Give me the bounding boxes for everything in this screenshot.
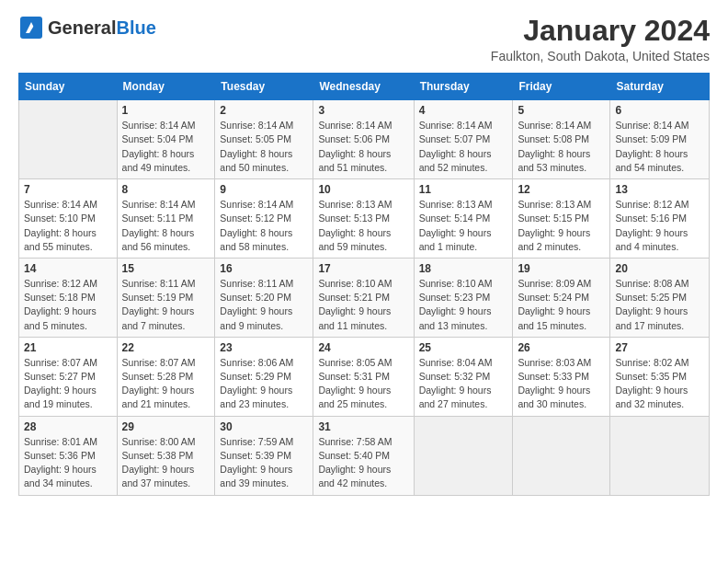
day-info: Sunrise: 8:12 AMSunset: 5:16 PMDaylight:… [615,198,704,254]
day-number: 14 [24,262,112,275]
day-cell: 12Sunrise: 8:13 AMSunset: 5:15 PMDayligh… [513,179,610,259]
day-info: Sunrise: 8:03 AMSunset: 5:33 PMDaylight:… [518,356,605,412]
day-cell: 16Sunrise: 8:11 AMSunset: 5:20 PMDayligh… [215,258,313,337]
day-info: Sunrise: 8:14 AMSunset: 5:12 PMDaylight:… [220,198,308,254]
day-number: 8 [122,183,210,196]
day-info: Sunrise: 8:00 AMSunset: 5:38 PMDaylight:… [122,435,210,491]
day-cell: 30Sunrise: 7:59 AMSunset: 5:39 PMDayligh… [215,416,313,495]
day-number: 9 [220,183,308,196]
day-info: Sunrise: 8:14 AMSunset: 5:09 PMDaylight:… [615,119,704,175]
day-info: Sunrise: 8:10 AMSunset: 5:23 PMDaylight:… [419,277,508,333]
day-cell: 31Sunrise: 7:58 AMSunset: 5:40 PMDayligh… [313,416,414,495]
day-number: 20 [615,262,704,275]
day-cell: 2Sunrise: 8:14 AMSunset: 5:05 PMDaylight… [215,100,313,179]
logo: GeneralBlue [18,15,156,40]
day-info: Sunrise: 8:13 AMSunset: 5:14 PMDaylight:… [419,198,508,254]
day-number: 5 [518,104,605,117]
day-cell: 25Sunrise: 8:04 AMSunset: 5:32 PMDayligh… [414,337,513,416]
day-number: 17 [318,262,408,275]
day-cell: 15Sunrise: 8:11 AMSunset: 5:19 PMDayligh… [117,258,215,337]
week-row-4: 21Sunrise: 8:07 AMSunset: 5:27 PMDayligh… [19,337,710,416]
day-number: 16 [220,262,308,275]
logo-general: General [48,17,116,38]
week-row-1: 1Sunrise: 8:14 AMSunset: 5:04 PMDaylight… [19,100,710,179]
day-number: 21 [24,341,112,354]
day-info: Sunrise: 8:13 AMSunset: 5:15 PMDaylight:… [518,198,605,254]
day-cell: 3Sunrise: 8:14 AMSunset: 5:06 PMDaylight… [313,100,414,179]
logo-icon [18,15,44,40]
day-info: Sunrise: 8:14 AMSunset: 5:04 PMDaylight:… [122,119,210,175]
day-cell: 4Sunrise: 8:14 AMSunset: 5:07 PMDaylight… [414,100,513,179]
day-number: 30 [220,420,308,433]
day-number: 15 [122,262,210,275]
day-number: 25 [419,341,508,354]
day-number: 13 [615,183,704,196]
day-number: 24 [318,341,408,354]
calendar-table: SundayMondayTuesdayWednesdayThursdayFrid… [18,73,710,495]
page-header: GeneralBlue January 2024 Faulkton, South… [18,15,710,63]
logo-blue: Blue [116,17,155,38]
day-number: 1 [122,104,210,117]
day-info: Sunrise: 8:11 AMSunset: 5:19 PMDaylight:… [122,277,210,333]
day-number: 7 [24,183,112,196]
day-cell: 5Sunrise: 8:14 AMSunset: 5:08 PMDaylight… [513,100,610,179]
day-cell: 29Sunrise: 8:00 AMSunset: 5:38 PMDayligh… [117,416,215,495]
day-number: 18 [419,262,508,275]
day-info: Sunrise: 8:12 AMSunset: 5:18 PMDaylight:… [24,277,112,333]
day-cell [513,416,610,495]
day-info: Sunrise: 8:04 AMSunset: 5:32 PMDaylight:… [419,356,508,412]
title-block: January 2024 Faulkton, South Dakota, Uni… [491,15,710,63]
weekday-header-row: SundayMondayTuesdayWednesdayThursdayFrid… [19,74,710,100]
day-cell: 10Sunrise: 8:13 AMSunset: 5:13 PMDayligh… [313,179,414,259]
day-info: Sunrise: 8:10 AMSunset: 5:21 PMDaylight:… [318,277,408,333]
day-info: Sunrise: 8:14 AMSunset: 5:10 PMDaylight:… [24,198,112,254]
day-info: Sunrise: 7:58 AMSunset: 5:40 PMDaylight:… [318,435,408,491]
day-number: 27 [615,341,704,354]
week-row-3: 14Sunrise: 8:12 AMSunset: 5:18 PMDayligh… [19,258,710,337]
weekday-header-monday: Monday [117,74,215,100]
week-row-5: 28Sunrise: 8:01 AMSunset: 5:36 PMDayligh… [19,416,710,495]
day-cell: 27Sunrise: 8:02 AMSunset: 5:35 PMDayligh… [610,337,710,416]
day-cell: 17Sunrise: 8:10 AMSunset: 5:21 PMDayligh… [313,258,414,337]
day-cell [610,416,710,495]
day-cell: 19Sunrise: 8:09 AMSunset: 5:24 PMDayligh… [513,258,610,337]
day-cell: 21Sunrise: 8:07 AMSunset: 5:27 PMDayligh… [19,337,118,416]
day-cell: 13Sunrise: 8:12 AMSunset: 5:16 PMDayligh… [610,179,710,259]
day-number: 28 [24,420,112,433]
day-cell: 6Sunrise: 8:14 AMSunset: 5:09 PMDaylight… [610,100,710,179]
day-cell: 28Sunrise: 8:01 AMSunset: 5:36 PMDayligh… [19,416,118,495]
calendar-subtitle: Faulkton, South Dakota, United States [491,49,710,63]
day-cell: 24Sunrise: 8:05 AMSunset: 5:31 PMDayligh… [313,337,414,416]
day-cell: 23Sunrise: 8:06 AMSunset: 5:29 PMDayligh… [215,337,313,416]
day-cell: 26Sunrise: 8:03 AMSunset: 5:33 PMDayligh… [513,337,610,416]
weekday-header-thursday: Thursday [414,74,513,100]
day-info: Sunrise: 8:06 AMSunset: 5:29 PMDaylight:… [220,356,308,412]
day-info: Sunrise: 8:09 AMSunset: 5:24 PMDaylight:… [518,277,605,333]
day-info: Sunrise: 8:05 AMSunset: 5:31 PMDaylight:… [318,356,408,412]
day-cell [414,416,513,495]
day-cell: 14Sunrise: 8:12 AMSunset: 5:18 PMDayligh… [19,258,118,337]
day-cell: 18Sunrise: 8:10 AMSunset: 5:23 PMDayligh… [414,258,513,337]
day-cell: 11Sunrise: 8:13 AMSunset: 5:14 PMDayligh… [414,179,513,259]
day-info: Sunrise: 8:14 AMSunset: 5:11 PMDaylight:… [122,198,210,254]
week-row-2: 7Sunrise: 8:14 AMSunset: 5:10 PMDaylight… [19,179,710,259]
day-info: Sunrise: 8:08 AMSunset: 5:25 PMDaylight:… [615,277,704,333]
day-info: Sunrise: 8:07 AMSunset: 5:28 PMDaylight:… [122,356,210,412]
day-info: Sunrise: 8:07 AMSunset: 5:27 PMDaylight:… [24,356,112,412]
day-number: 12 [518,183,605,196]
day-cell: 7Sunrise: 8:14 AMSunset: 5:10 PMDaylight… [19,179,118,259]
day-number: 6 [615,104,704,117]
day-info: Sunrise: 8:14 AMSunset: 5:06 PMDaylight:… [318,119,408,175]
weekday-header-saturday: Saturday [610,74,710,100]
day-number: 26 [518,341,605,354]
day-cell: 8Sunrise: 8:14 AMSunset: 5:11 PMDaylight… [117,179,215,259]
day-info: Sunrise: 8:14 AMSunset: 5:07 PMDaylight:… [419,119,508,175]
day-number: 19 [518,262,605,275]
day-info: Sunrise: 8:02 AMSunset: 5:35 PMDaylight:… [615,356,704,412]
weekday-header-sunday: Sunday [19,74,118,100]
day-cell: 20Sunrise: 8:08 AMSunset: 5:25 PMDayligh… [610,258,710,337]
day-number: 11 [419,183,508,196]
day-number: 23 [220,341,308,354]
day-number: 10 [318,183,408,196]
day-cell [19,100,118,179]
